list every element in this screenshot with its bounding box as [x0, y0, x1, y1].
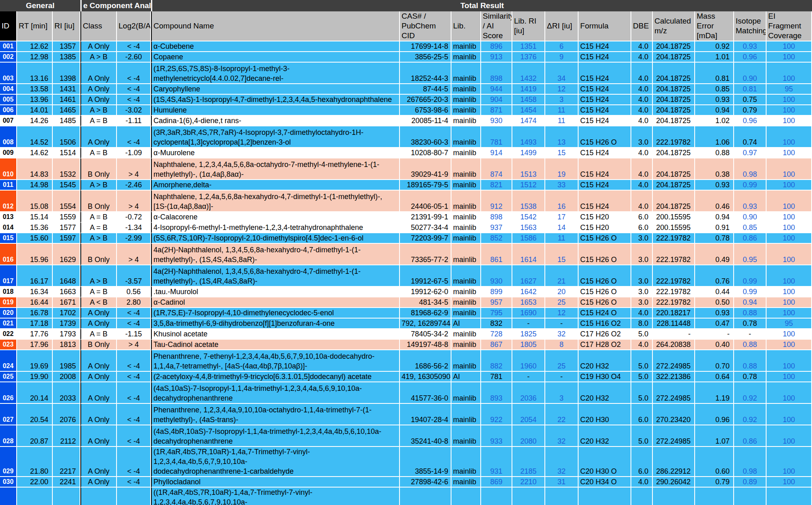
cell-sim[interactable]: 861 — [481, 244, 512, 265]
cell-dbe[interactable]: 3.0 — [631, 265, 653, 287]
cell-cls[interactable]: A = B — [80, 329, 117, 340]
cell-id[interactable]: 030 — [0, 477, 17, 488]
cell-formula[interactable]: C15 H20 — [579, 212, 631, 223]
cell-cas[interactable]: 78405-34-2 — [400, 329, 451, 340]
cell-formula[interactable]: C15 H20 — [579, 223, 631, 233]
cell-lib[interactable]: mainlib — [451, 126, 481, 148]
cell-ei[interactable]: 100 — [767, 52, 812, 63]
cell-id[interactable]: 001 — [0, 41, 17, 52]
cell-cas[interactable]: 792, 162897448 — [400, 319, 451, 329]
cell-mz[interactable]: 264.20838 — [653, 340, 695, 350]
cell-name[interactable]: ((1R,4aR,4bS,7R,10aR)-1,4a,7-Trimethyl-7… — [151, 488, 400, 505]
cell-cas[interactable]: 189165-79-5 — [400, 180, 451, 191]
cell-dri[interactable]: 12 — [545, 84, 579, 95]
cell-formula[interactable]: C15 H24 — [579, 41, 631, 52]
cell-formula[interactable]: C15 H26 O — [579, 126, 631, 148]
cell-cls[interactable]: A = B — [80, 287, 117, 297]
cell-iso[interactable]: 0.96 — [734, 52, 767, 63]
cell-log2[interactable]: > 4 — [117, 244, 151, 265]
cell-cas[interactable]: 38230-60-3 — [400, 126, 451, 148]
cell-mz[interactable]: 222.19782 — [653, 287, 695, 297]
cell-err[interactable]: 0.92 — [695, 41, 734, 52]
cell-dri[interactable]: 25 — [545, 350, 579, 372]
cell-ri[interactable]: 1559 — [53, 212, 80, 223]
cell-name[interactable]: Tau-Cadinol acetate — [151, 340, 400, 350]
cell-dbe[interactable]: 5.0 — [631, 329, 653, 340]
cell-cas[interactable]: 35241-40-8 — [400, 425, 451, 447]
cell-cas[interactable]: 21391-99-1 — [400, 212, 451, 223]
cell-ei[interactable]: 100 — [767, 212, 812, 223]
cell-dbe[interactable]: 4.0 — [631, 191, 653, 212]
cell-iso[interactable]: 0.78 — [734, 372, 767, 382]
cell-ri[interactable]: 1577 — [53, 223, 80, 233]
cell-name[interactable]: 3,5,8a-trimethyl-6,9-dihydrobenzo[f][1]b… — [151, 319, 400, 329]
cell-iso[interactable]: 0.99 — [734, 287, 767, 297]
column-header-class[interactable]: Class — [80, 11, 117, 41]
cell-libri[interactable]: 1432 — [512, 63, 545, 84]
cell-dri[interactable]: 11 — [545, 233, 579, 244]
cell-ri[interactable]: 1514 — [53, 148, 80, 158]
cell-sim[interactable]: 882 — [481, 350, 512, 372]
cell-rt[interactable]: 20.14 — [17, 382, 53, 404]
cell-ri[interactable]: 1357 — [53, 41, 80, 52]
cell-libri[interactable]: 1513 — [512, 158, 545, 180]
cell-formula[interactable]: C15 H26 O — [579, 233, 631, 244]
cell-err[interactable]: 0.94 — [695, 105, 734, 116]
cell-id[interactable]: 014 — [0, 223, 17, 233]
cell-name[interactable]: (1R,4aR,4bS,7R,10aR)-1,4a,7-Trimethyl-7-… — [151, 447, 400, 477]
cell-mz[interactable]: 204.18725 — [653, 116, 695, 126]
cell-libri[interactable]: 1351 — [512, 41, 545, 52]
cell-dri[interactable]: 8 — [545, 340, 579, 350]
cell-dbe[interactable]: 4.0 — [631, 105, 653, 116]
cell-iso[interactable]: 0.86 — [734, 233, 767, 244]
cell-dbe[interactable]: 4.0 — [631, 63, 653, 84]
cell-id[interactable]: 007 — [0, 116, 17, 126]
cell-log2[interactable]: -0.72 — [117, 212, 151, 223]
column-header-mass-error[interactable]: Mass Error [mDa] — [695, 11, 734, 41]
cell-mz[interactable]: 204.18725 — [653, 63, 695, 84]
cell-cls[interactable]: A > B — [80, 233, 117, 244]
cell-log2[interactable]: < -4 — [117, 308, 151, 319]
cell-ei[interactable]: 100 — [767, 404, 812, 425]
cell-iso[interactable]: 0.90 — [734, 212, 767, 223]
cell-dbe[interactable]: 3.0 — [631, 244, 653, 265]
cell-libri[interactable]: 1419 — [512, 84, 545, 95]
cell-dri[interactable]: 32 — [545, 425, 579, 447]
cell-log2[interactable]: < -4 — [117, 84, 151, 95]
cell-name[interactable]: (4aS,4bR,10aS)-7-Isopropyl-1,1,4a-trimet… — [151, 425, 400, 447]
cell-ri[interactable]: 2112 — [53, 425, 80, 447]
cell-lib[interactable]: AI — [451, 319, 481, 329]
cell-ri[interactable]: 1663 — [53, 287, 80, 297]
cell-ei[interactable]: 95 — [767, 319, 812, 329]
cell-log2[interactable]: -1.11 — [117, 116, 151, 126]
cell-mz[interactable]: 222.19782 — [653, 297, 695, 308]
cell-id[interactable]: 010 — [0, 158, 17, 180]
cell-dri[interactable]: 3 — [545, 382, 579, 404]
cell-ri[interactable]: 1485 — [53, 116, 80, 126]
cell-cls[interactable]: A Only — [80, 404, 117, 425]
cell-err[interactable]: 0.44 — [695, 287, 734, 297]
cell-id[interactable]: 018 — [0, 287, 17, 297]
cell-cls[interactable]: A > B — [80, 52, 117, 63]
cell-err[interactable]: 0.81 — [695, 63, 734, 84]
cell-cas[interactable]: 87-44-5 — [400, 84, 451, 95]
cell-sim[interactable]: 852 — [481, 233, 512, 244]
cell-cls[interactable]: A Only — [80, 95, 117, 105]
cell-mz[interactable]: 222.19782 — [653, 233, 695, 244]
cell-dbe[interactable]: 4.0 — [631, 477, 653, 488]
cell-sim[interactable]: 781 — [481, 126, 512, 148]
cell-ri[interactable]: 1671 — [53, 297, 80, 308]
cell-dri[interactable]: 11 — [545, 116, 579, 126]
cell-cas[interactable]: 267665-20-3 — [400, 95, 451, 105]
cell-dri[interactable]: 14 — [545, 223, 579, 233]
cell-rt[interactable]: 15.96 — [17, 244, 53, 265]
cell-name[interactable]: Khusinol acetate — [151, 329, 400, 340]
cell-ei[interactable]: 100 — [767, 488, 812, 505]
cell-iso[interactable]: 0.93 — [734, 41, 767, 52]
cell-iso[interactable]: 0.99 — [734, 180, 767, 191]
cell-lib[interactable]: mainlib — [451, 63, 481, 84]
cell-cls[interactable]: A Only — [80, 447, 117, 477]
cell-ri[interactable]: 2217 — [53, 447, 80, 477]
cell-id[interactable]: 025 — [0, 372, 17, 382]
cell-sim[interactable]: 913 — [481, 52, 512, 63]
